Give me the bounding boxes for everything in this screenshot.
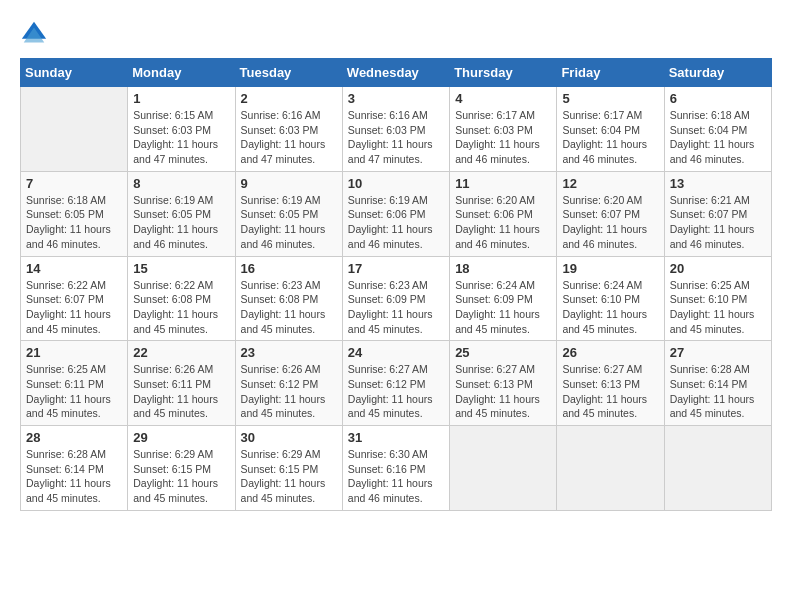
day-number: 7 <box>26 176 122 191</box>
page-header <box>20 20 772 48</box>
day-cell-9: 9Sunrise: 6:19 AMSunset: 6:05 PMDaylight… <box>235 171 342 256</box>
day-info: Sunrise: 6:21 AMSunset: 6:07 PMDaylight:… <box>670 193 766 252</box>
day-cell-31: 31Sunrise: 6:30 AMSunset: 6:16 PMDayligh… <box>342 426 449 511</box>
day-info: Sunrise: 6:27 AMSunset: 6:13 PMDaylight:… <box>455 362 551 421</box>
day-cell-1: 1Sunrise: 6:15 AMSunset: 6:03 PMDaylight… <box>128 87 235 172</box>
logo-icon <box>20 20 48 48</box>
day-cell-17: 17Sunrise: 6:23 AMSunset: 6:09 PMDayligh… <box>342 256 449 341</box>
day-cell-16: 16Sunrise: 6:23 AMSunset: 6:08 PMDayligh… <box>235 256 342 341</box>
header-monday: Monday <box>128 59 235 87</box>
day-cell-23: 23Sunrise: 6:26 AMSunset: 6:12 PMDayligh… <box>235 341 342 426</box>
header-wednesday: Wednesday <box>342 59 449 87</box>
day-number: 16 <box>241 261 337 276</box>
calendar-header-row: SundayMondayTuesdayWednesdayThursdayFrid… <box>21 59 772 87</box>
day-info: Sunrise: 6:17 AMSunset: 6:03 PMDaylight:… <box>455 108 551 167</box>
day-info: Sunrise: 6:18 AMSunset: 6:05 PMDaylight:… <box>26 193 122 252</box>
day-cell-21: 21Sunrise: 6:25 AMSunset: 6:11 PMDayligh… <box>21 341 128 426</box>
empty-cell <box>664 426 771 511</box>
day-cell-6: 6Sunrise: 6:18 AMSunset: 6:04 PMDaylight… <box>664 87 771 172</box>
day-cell-25: 25Sunrise: 6:27 AMSunset: 6:13 PMDayligh… <box>450 341 557 426</box>
day-number: 19 <box>562 261 658 276</box>
week-row-1: 7Sunrise: 6:18 AMSunset: 6:05 PMDaylight… <box>21 171 772 256</box>
day-cell-18: 18Sunrise: 6:24 AMSunset: 6:09 PMDayligh… <box>450 256 557 341</box>
day-number: 22 <box>133 345 229 360</box>
day-number: 1 <box>133 91 229 106</box>
day-cell-14: 14Sunrise: 6:22 AMSunset: 6:07 PMDayligh… <box>21 256 128 341</box>
day-cell-11: 11Sunrise: 6:20 AMSunset: 6:06 PMDayligh… <box>450 171 557 256</box>
day-number: 2 <box>241 91 337 106</box>
empty-cell <box>21 87 128 172</box>
day-info: Sunrise: 6:27 AMSunset: 6:13 PMDaylight:… <box>562 362 658 421</box>
day-cell-12: 12Sunrise: 6:20 AMSunset: 6:07 PMDayligh… <box>557 171 664 256</box>
day-info: Sunrise: 6:27 AMSunset: 6:12 PMDaylight:… <box>348 362 444 421</box>
day-cell-19: 19Sunrise: 6:24 AMSunset: 6:10 PMDayligh… <box>557 256 664 341</box>
week-row-0: 1Sunrise: 6:15 AMSunset: 6:03 PMDaylight… <box>21 87 772 172</box>
day-info: Sunrise: 6:26 AMSunset: 6:11 PMDaylight:… <box>133 362 229 421</box>
day-info: Sunrise: 6:25 AMSunset: 6:10 PMDaylight:… <box>670 278 766 337</box>
day-info: Sunrise: 6:28 AMSunset: 6:14 PMDaylight:… <box>670 362 766 421</box>
calendar-table: SundayMondayTuesdayWednesdayThursdayFrid… <box>20 58 772 511</box>
day-cell-15: 15Sunrise: 6:22 AMSunset: 6:08 PMDayligh… <box>128 256 235 341</box>
day-number: 8 <box>133 176 229 191</box>
day-cell-7: 7Sunrise: 6:18 AMSunset: 6:05 PMDaylight… <box>21 171 128 256</box>
header-sunday: Sunday <box>21 59 128 87</box>
day-number: 17 <box>348 261 444 276</box>
day-number: 3 <box>348 91 444 106</box>
day-info: Sunrise: 6:23 AMSunset: 6:09 PMDaylight:… <box>348 278 444 337</box>
day-cell-3: 3Sunrise: 6:16 AMSunset: 6:03 PMDaylight… <box>342 87 449 172</box>
day-number: 29 <box>133 430 229 445</box>
day-number: 31 <box>348 430 444 445</box>
day-info: Sunrise: 6:16 AMSunset: 6:03 PMDaylight:… <box>348 108 444 167</box>
week-row-2: 14Sunrise: 6:22 AMSunset: 6:07 PMDayligh… <box>21 256 772 341</box>
day-number: 14 <box>26 261 122 276</box>
day-number: 15 <box>133 261 229 276</box>
day-cell-13: 13Sunrise: 6:21 AMSunset: 6:07 PMDayligh… <box>664 171 771 256</box>
day-cell-24: 24Sunrise: 6:27 AMSunset: 6:12 PMDayligh… <box>342 341 449 426</box>
day-cell-27: 27Sunrise: 6:28 AMSunset: 6:14 PMDayligh… <box>664 341 771 426</box>
day-number: 6 <box>670 91 766 106</box>
day-number: 30 <box>241 430 337 445</box>
day-number: 26 <box>562 345 658 360</box>
day-info: Sunrise: 6:29 AMSunset: 6:15 PMDaylight:… <box>241 447 337 506</box>
day-info: Sunrise: 6:15 AMSunset: 6:03 PMDaylight:… <box>133 108 229 167</box>
day-info: Sunrise: 6:19 AMSunset: 6:06 PMDaylight:… <box>348 193 444 252</box>
day-number: 27 <box>670 345 766 360</box>
day-number: 10 <box>348 176 444 191</box>
day-info: Sunrise: 6:17 AMSunset: 6:04 PMDaylight:… <box>562 108 658 167</box>
logo <box>20 20 52 48</box>
day-cell-30: 30Sunrise: 6:29 AMSunset: 6:15 PMDayligh… <box>235 426 342 511</box>
week-row-4: 28Sunrise: 6:28 AMSunset: 6:14 PMDayligh… <box>21 426 772 511</box>
day-info: Sunrise: 6:19 AMSunset: 6:05 PMDaylight:… <box>133 193 229 252</box>
day-info: Sunrise: 6:28 AMSunset: 6:14 PMDaylight:… <box>26 447 122 506</box>
day-info: Sunrise: 6:29 AMSunset: 6:15 PMDaylight:… <box>133 447 229 506</box>
day-number: 28 <box>26 430 122 445</box>
day-info: Sunrise: 6:24 AMSunset: 6:09 PMDaylight:… <box>455 278 551 337</box>
day-number: 9 <box>241 176 337 191</box>
day-info: Sunrise: 6:16 AMSunset: 6:03 PMDaylight:… <box>241 108 337 167</box>
empty-cell <box>557 426 664 511</box>
empty-cell <box>450 426 557 511</box>
header-tuesday: Tuesday <box>235 59 342 87</box>
day-cell-20: 20Sunrise: 6:25 AMSunset: 6:10 PMDayligh… <box>664 256 771 341</box>
day-cell-2: 2Sunrise: 6:16 AMSunset: 6:03 PMDaylight… <box>235 87 342 172</box>
day-number: 12 <box>562 176 658 191</box>
day-number: 11 <box>455 176 551 191</box>
day-cell-5: 5Sunrise: 6:17 AMSunset: 6:04 PMDaylight… <box>557 87 664 172</box>
day-cell-29: 29Sunrise: 6:29 AMSunset: 6:15 PMDayligh… <box>128 426 235 511</box>
day-info: Sunrise: 6:25 AMSunset: 6:11 PMDaylight:… <box>26 362 122 421</box>
day-info: Sunrise: 6:23 AMSunset: 6:08 PMDaylight:… <box>241 278 337 337</box>
day-cell-8: 8Sunrise: 6:19 AMSunset: 6:05 PMDaylight… <box>128 171 235 256</box>
day-info: Sunrise: 6:20 AMSunset: 6:06 PMDaylight:… <box>455 193 551 252</box>
day-number: 5 <box>562 91 658 106</box>
day-number: 23 <box>241 345 337 360</box>
day-info: Sunrise: 6:30 AMSunset: 6:16 PMDaylight:… <box>348 447 444 506</box>
day-number: 20 <box>670 261 766 276</box>
header-thursday: Thursday <box>450 59 557 87</box>
day-number: 24 <box>348 345 444 360</box>
day-number: 18 <box>455 261 551 276</box>
day-number: 4 <box>455 91 551 106</box>
day-number: 13 <box>670 176 766 191</box>
day-cell-4: 4Sunrise: 6:17 AMSunset: 6:03 PMDaylight… <box>450 87 557 172</box>
day-info: Sunrise: 6:20 AMSunset: 6:07 PMDaylight:… <box>562 193 658 252</box>
header-saturday: Saturday <box>664 59 771 87</box>
